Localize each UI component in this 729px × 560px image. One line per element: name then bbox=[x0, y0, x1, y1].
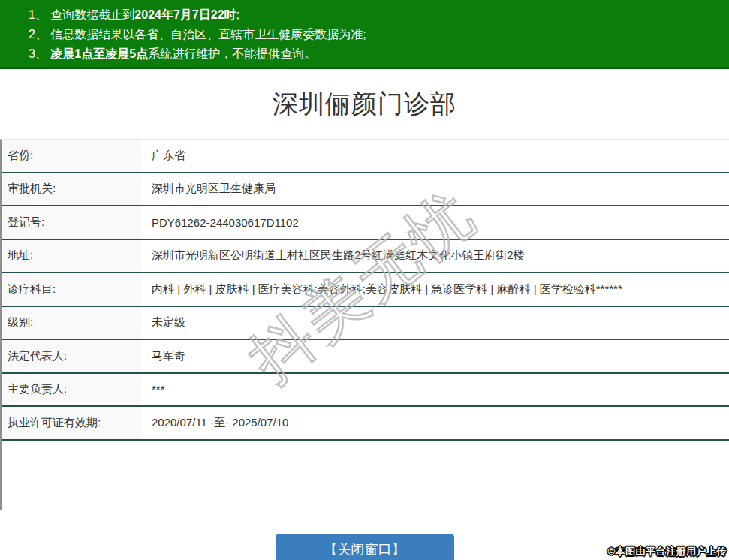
row-value: *** bbox=[141, 374, 729, 406]
info-table: 省份: 广东省 审批机关: 深圳市光明区卫生健康局 登记号: PDY61262-… bbox=[0, 139, 729, 510]
row-value: 广东省 bbox=[141, 140, 729, 172]
notice-line-1: 1、 查询数据截止到2024年7月7日22时; bbox=[29, 5, 721, 25]
notice-1-suffix: ; bbox=[236, 8, 239, 21]
row-value: PDY61262-244030617D1102 bbox=[141, 206, 729, 239]
table-row-medical-subjects: 诊疗科目: 内科 | 外科 | 皮肤科 | 医疗美容科;美容外科;美容皮肤科 |… bbox=[2, 273, 729, 307]
close-window-button[interactable]: 【关闭窗口】 bbox=[276, 534, 454, 560]
table-row-address: 地址: 深圳市光明新区公明街道上村社区民生路2号红满庭红木文化小镇王府街2楼 bbox=[2, 240, 729, 274]
notice-1-bold: 2024年7月7日22时 bbox=[134, 8, 236, 21]
row-value: 2020/07/11 -至- 2025/07/10 bbox=[141, 407, 729, 439]
table-row-person-in-charge: 主要负责人: *** bbox=[2, 374, 729, 408]
notice-3-suffix: 系统进行维护，不能提供查询。 bbox=[148, 47, 316, 60]
row-value: 马军奇 bbox=[141, 340, 729, 372]
table-row-legal-representative: 法定代表人: 马军奇 bbox=[2, 340, 729, 374]
row-label: 审批机关: bbox=[2, 173, 141, 206]
row-label: 登记号: bbox=[2, 206, 141, 239]
row-label: 执业许可证有效期: bbox=[2, 407, 141, 439]
row-value: 内科 | 外科 | 皮肤科 | 医疗美容科;美容外科;美容皮肤科 | 急诊医学科… bbox=[141, 273, 729, 306]
row-label: 省份: bbox=[2, 140, 141, 172]
notice-3-bold: 凌晨1点至凌晨5点 bbox=[50, 47, 148, 60]
table-row-license-validity: 执业许可证有效期: 2020/07/11 -至- 2025/07/10 bbox=[2, 407, 729, 441]
row-label: 主要负责人: bbox=[2, 374, 141, 406]
table-empty-row bbox=[2, 441, 729, 510]
table-row-approval-authority: 审批机关: 深圳市光明区卫生健康局 bbox=[2, 173, 729, 207]
notice-bar: 1、 查询数据截止到2024年7月7日22时; 2、 信息数据结果以各省、自治区… bbox=[0, 0, 729, 69]
page-title: 深圳俪颜门诊部 bbox=[0, 87, 729, 120]
row-label: 诊疗科目: bbox=[2, 273, 141, 306]
notice-1-text: 1、 查询数据截止到 bbox=[29, 8, 134, 21]
notice-line-2: 2、 信息数据结果以各省、自治区、直辖市卫生健康委数据为准; bbox=[29, 25, 721, 44]
table-row-level: 级别: 未定级 bbox=[2, 307, 729, 341]
row-label: 地址: bbox=[2, 240, 141, 272]
query-result-page: 1、 查询数据截止到2024年7月7日22时; 2、 信息数据结果以各省、自治区… bbox=[0, 0, 729, 560]
attribution-badge: ©本图由平台注册用户上传 bbox=[607, 545, 727, 558]
notice-3-text: 3、 bbox=[29, 47, 50, 60]
notice-2-text: 2、 信息数据结果以各省、自治区、直辖市卫生健康委数据为准; bbox=[29, 28, 366, 41]
table-row-province: 省份: 广东省 bbox=[2, 140, 729, 173]
row-label: 法定代表人: bbox=[2, 340, 141, 372]
notice-line-3: 3、 凌晨1点至凌晨5点系统进行维护，不能提供查询。 bbox=[29, 44, 721, 64]
table-row-registration-number: 登记号: PDY61262-244030617D1102 bbox=[2, 206, 729, 240]
row-value: 未定级 bbox=[141, 307, 729, 339]
row-value: 深圳市光明新区公明街道上村社区民生路2号红满庭红木文化小镇王府街2楼 bbox=[141, 240, 729, 272]
row-value: 深圳市光明区卫生健康局 bbox=[141, 173, 729, 206]
row-label: 级别: bbox=[2, 307, 141, 339]
